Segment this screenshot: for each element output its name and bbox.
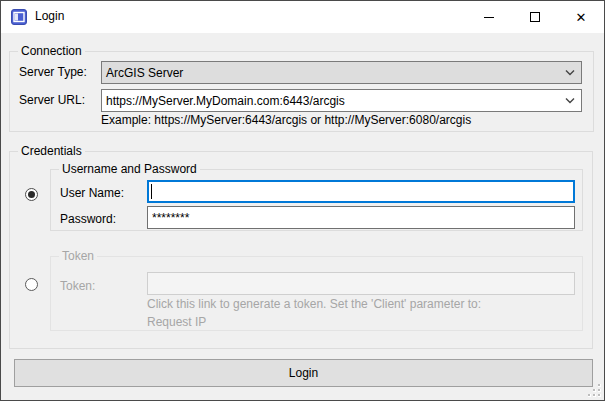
window-title: Login: [35, 9, 64, 23]
server-url-value: https://MyServer.MyDomain.com:6443/arcgi…: [106, 94, 345, 108]
text-caret: [151, 184, 152, 199]
token-group-label: Token: [59, 249, 97, 263]
maximize-icon: [530, 12, 540, 22]
minimize-button[interactable]: [466, 1, 512, 33]
chevron-down-icon: [565, 69, 575, 77]
username-input[interactable]: [147, 180, 575, 203]
server-url-combobox[interactable]: https://MyServer.MyDomain.com:6443/arcgi…: [101, 89, 582, 112]
credentials-group-label: Credentials: [18, 144, 85, 158]
close-icon: ✕: [576, 11, 587, 24]
server-url-example-text: Example: https://MyServer:6443/arcgis or…: [101, 113, 471, 127]
connection-group-label: Connection: [18, 44, 85, 58]
login-button-label: Login: [289, 366, 318, 380]
token-help-text: Click this link to generate a token. Set…: [147, 297, 481, 311]
server-type-dropdown[interactable]: ArcGIS Server: [101, 61, 582, 84]
app-window-icon: [11, 9, 27, 25]
login-button[interactable]: Login: [14, 359, 593, 387]
radio-selected-dot: [28, 191, 35, 198]
request-ip-link[interactable]: Request IP: [147, 315, 206, 329]
server-type-label: Server Type:: [19, 65, 87, 79]
token-input: [147, 272, 575, 295]
server-url-label: Server URL:: [19, 93, 85, 107]
token-label: Token:: [60, 279, 95, 293]
close-button[interactable]: ✕: [558, 1, 604, 33]
minimize-icon: [484, 17, 494, 18]
password-input[interactable]: [147, 206, 575, 229]
token-radio[interactable]: [25, 278, 38, 291]
login-dialog: { "window": { "title": "Login" }, "icons…: [0, 0, 605, 401]
username-password-radio[interactable]: [25, 188, 38, 201]
username-password-group-label: Username and Password: [59, 162, 200, 176]
maximize-button[interactable]: [512, 1, 558, 33]
chevron-down-icon: [565, 97, 575, 105]
server-type-value: ArcGIS Server: [106, 66, 183, 80]
username-label: User Name:: [60, 186, 124, 200]
title-bar[interactable]: Login ✕: [1, 1, 604, 33]
resize-grip[interactable]: [588, 384, 601, 397]
password-label: Password:: [60, 212, 116, 226]
